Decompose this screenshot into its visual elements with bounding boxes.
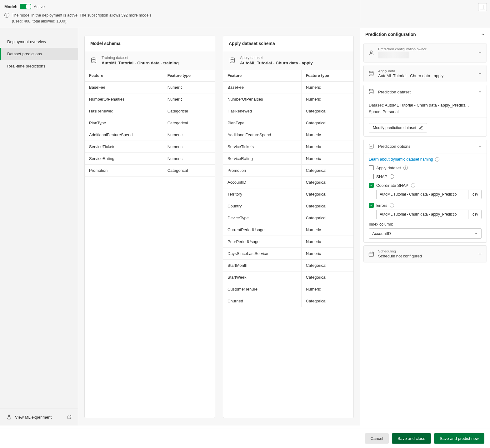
coordinate-shap-file-row: AutoML Tutorial - Churn data - apply_Pre… (376, 190, 482, 199)
space-key: Space: (369, 109, 381, 114)
info-icon[interactable]: i (411, 183, 415, 187)
apply-dataset-checkbox[interactable] (369, 165, 374, 170)
table-row: ServiceRatingNumeric (85, 153, 215, 165)
owner-section: Prediction configuration owner (363, 43, 487, 62)
coordinate-shap-filename-input[interactable]: AutoML Tutorial - Churn data - apply_Pre… (376, 190, 468, 199)
info-icon[interactable]: i (390, 174, 394, 179)
header-right (360, 0, 490, 22)
sidebar-item-deployment-overview[interactable]: Deployment overview (0, 36, 78, 48)
flask-icon (6, 414, 12, 420)
coordinate-shap-checkbox[interactable]: ✓ (369, 183, 374, 188)
view-ml-experiment-link[interactable]: View ML experiment (0, 408, 78, 426)
feature-cell: NumberOfPenalties (223, 93, 301, 105)
prediction-config-header[interactable]: Prediction configuration (360, 28, 490, 41)
scheduling-section-header[interactable]: Scheduling Schedule not configured (364, 246, 487, 262)
type-cell: Numeric (301, 236, 353, 248)
apply-data-section: Apply data AutoML Tutorial - Churn data … (363, 65, 487, 82)
type-cell: Numeric (163, 82, 215, 93)
feature-cell: Country (223, 200, 301, 212)
prediction-dataset-section: Prediction dataset Dataset: AutoML Tutor… (363, 85, 487, 137)
save-and-predict-button[interactable]: Save and predict now (434, 433, 484, 444)
errors-filename-input[interactable]: AutoML Tutorial - Churn data - apply_Pre… (376, 210, 468, 219)
table-row: PriorPeriodUsageNumeric (223, 236, 353, 248)
prediction-options-header[interactable]: Prediction options (364, 139, 487, 153)
col-feature: Feature (223, 70, 301, 82)
table-row: StartWeekCategorical (223, 271, 353, 283)
learn-dynamic-naming-link[interactable]: Learn about dynamic dataset naming (369, 157, 433, 162)
type-cell: Numeric (301, 153, 353, 165)
external-link-icon (67, 415, 72, 419)
chevron-down-icon (478, 252, 482, 256)
apply-data-sub: Apply data (378, 69, 474, 73)
calendar-icon (368, 251, 374, 257)
apply-data-section-header[interactable]: Apply data AutoML Tutorial - Churn data … (364, 65, 487, 82)
table-row: PlanTypeCategorical (223, 117, 353, 129)
user-icon (368, 50, 374, 56)
type-cell: Numeric (163, 153, 215, 165)
apply-dataset-opt-label: Apply dataset (376, 166, 401, 170)
chevron-down-icon (478, 72, 482, 76)
owner-section-header[interactable]: Prediction configuration owner (364, 43, 487, 62)
chevron-up-icon (481, 32, 485, 37)
type-cell: Categorical (301, 271, 353, 283)
type-cell: Categorical (301, 165, 353, 177)
type-cell: Numeric (163, 129, 215, 141)
sidebar-item-dataset-predictions[interactable]: Dataset predictions (0, 48, 78, 60)
prediction-options-section: Prediction options Learn about dynamic d… (363, 139, 487, 243)
feature-cell: AccountID (223, 177, 301, 188)
type-cell: Categorical (301, 200, 353, 212)
table-row: NumberOfPenaltiesNumeric (223, 93, 353, 105)
type-cell: Numeric (301, 129, 353, 141)
prediction-dataset-body: Dataset: AutoML Tutorial - Churn data - … (364, 99, 487, 136)
index-column-select[interactable]: AccountID (369, 228, 482, 239)
apply-dataset-header: Apply dataset AutoML Tutorial - Churn da… (223, 51, 353, 70)
modify-prediction-dataset-button[interactable]: Modify prediction dataset (369, 123, 427, 132)
type-cell: Numeric (301, 93, 353, 105)
save-and-close-button[interactable]: Save and close (392, 433, 431, 444)
svg-rect-0 (480, 5, 485, 9)
feature-cell: Promotion (85, 165, 163, 177)
table-row: PromotionCategorical (223, 165, 353, 177)
feature-cell: BaseFee (85, 82, 163, 93)
table-row: AccountIDCategorical (223, 177, 353, 188)
top-header: Model: Active i The model in the deploym… (0, 0, 490, 28)
type-cell: Categorical (301, 105, 353, 117)
center-content: Model schema Training dataset AutoML Tut… (78, 28, 360, 426)
prediction-dataset-header[interactable]: Prediction dataset (364, 85, 487, 99)
info-icon[interactable]: i (435, 157, 439, 162)
type-cell: Numeric (163, 93, 215, 105)
svg-rect-8 (369, 252, 374, 256)
feature-cell: DeviceType (223, 212, 301, 224)
options-icon (368, 143, 374, 149)
errors-checkbox[interactable]: ✓ (369, 203, 374, 208)
type-cell: Categorical (301, 117, 353, 129)
shap-checkbox[interactable] (369, 174, 374, 179)
dataset-value: AutoML Tutorial - Churn data - apply_Pre… (385, 103, 469, 107)
cancel-button[interactable]: Cancel (365, 433, 389, 444)
info-icon[interactable]: i (403, 166, 408, 170)
info-text-line1: The model in the deployment is active. T… (12, 12, 152, 18)
training-dataset-sub: Training dataset (102, 56, 179, 60)
col-type: Feature type (163, 70, 215, 82)
prediction-dataset-title: Prediction dataset (378, 90, 474, 94)
type-cell: Numeric (301, 141, 353, 153)
model-status-row: Model: Active (4, 4, 356, 9)
header-left: Model: Active i The model in the deploym… (0, 0, 360, 24)
table-row: DeviceTypeCategorical (223, 212, 353, 224)
type-cell: Numeric (301, 283, 353, 295)
sidebar-item-real-time-predictions[interactable]: Real-time predictions (0, 60, 78, 72)
feature-cell: HasRenewed (85, 105, 163, 117)
database-icon (368, 71, 374, 77)
toggle-panel-button[interactable] (478, 3, 487, 11)
model-active-toggle[interactable] (20, 4, 31, 9)
type-cell: Numeric (301, 224, 353, 236)
type-cell: Categorical (163, 117, 215, 129)
chevron-down-icon (478, 51, 482, 55)
main: Deployment overviewDataset predictionsRe… (0, 28, 490, 426)
feature-cell: AdditionalFeatureSpend (223, 129, 301, 141)
file-ext: .csv (468, 210, 482, 219)
scheduling-section: Scheduling Schedule not configured (363, 245, 487, 262)
owner-value-placeholder (378, 52, 409, 58)
coordinate-shap-opt-label: Coordinate SHAP (376, 183, 408, 188)
info-icon[interactable]: i (390, 203, 394, 207)
